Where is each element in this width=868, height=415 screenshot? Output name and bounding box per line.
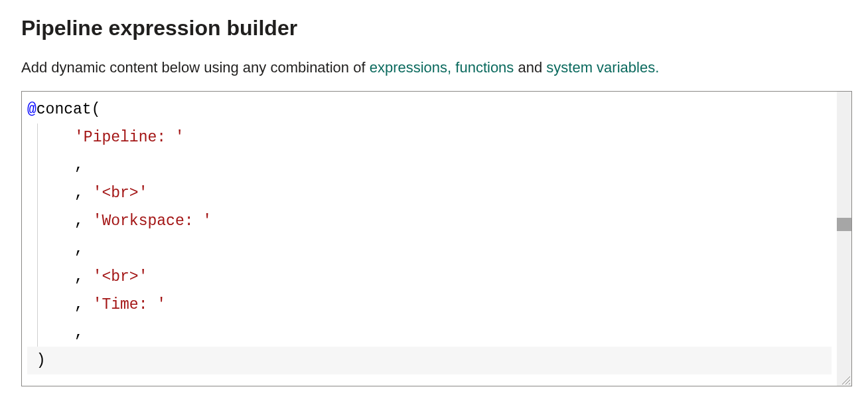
page-title: Pipeline expression builder: [21, 16, 847, 41]
link-system-variables[interactable]: system variables.: [546, 59, 659, 76]
code-line[interactable]: ,: [27, 151, 832, 179]
code-line[interactable]: ,: [27, 319, 832, 347]
code-line[interactable]: ): [27, 347, 832, 374]
code-line[interactable]: , '<br>': [27, 179, 832, 207]
code-line[interactable]: 'Pipeline: ': [27, 124, 832, 151]
code-line[interactable]: ,: [27, 235, 832, 263]
expression-editor[interactable]: @concat( 'Pipeline: ' , , '<br>' , 'Work…: [21, 91, 852, 386]
code-line[interactable]: , 'Time: ': [27, 291, 832, 319]
code-line[interactable]: @concat(: [27, 96, 832, 124]
code-line[interactable]: , 'Workspace: ': [27, 207, 832, 235]
editor-scrollbar-track[interactable]: [837, 92, 851, 386]
code-line[interactable]: , '<br>': [27, 263, 832, 291]
subtitle-text: Add dynamic content below using any comb…: [21, 59, 847, 76]
subtitle-middle: and: [514, 59, 546, 76]
link-functions[interactable]: functions: [455, 59, 514, 76]
subtitle-prefix: Add dynamic content below using any comb…: [21, 59, 370, 76]
editor-scrollbar-thumb[interactable]: [837, 218, 851, 231]
editor-content[interactable]: @concat( 'Pipeline: ' , , '<br>' , 'Work…: [22, 92, 837, 386]
link-expressions[interactable]: expressions,: [370, 59, 452, 76]
